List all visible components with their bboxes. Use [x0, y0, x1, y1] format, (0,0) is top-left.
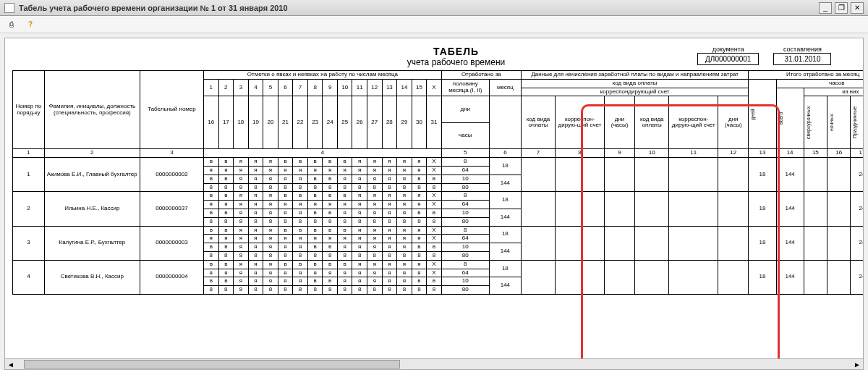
mark-cell: я: [248, 260, 263, 269]
close-button[interactable]: ✕: [851, 2, 864, 14]
horizontal-scrollbar[interactable]: ◄ ►: [4, 358, 864, 368]
half-hours2: 80: [441, 251, 489, 260]
mark-cell: 8: [367, 286, 383, 295]
mark-cell: в: [204, 209, 219, 217]
mark-cell: в: [293, 226, 308, 235]
mark-cell: я: [382, 209, 397, 217]
mark-cell: я: [337, 166, 352, 175]
mark-cell: я: [278, 277, 293, 286]
mark-cell: X: [427, 226, 442, 235]
mark-cell: 8: [427, 217, 442, 226]
mark-cell: в: [278, 192, 293, 201]
day-header: 2: [218, 79, 234, 96]
mark-cell: 8: [397, 251, 412, 260]
mark-cell: я: [204, 269, 219, 277]
row-tab: 0000000002: [140, 158, 203, 192]
maximize-button[interactable]: ❐: [835, 2, 848, 14]
mark-cell: в: [278, 158, 293, 167]
day-header: X: [427, 79, 442, 96]
mark-cell: я: [307, 235, 323, 243]
mark-cell: я: [397, 201, 412, 209]
table-row: 4 Светикова В.Н., Кассир 0000000004 ввяя…: [13, 260, 864, 269]
row-tab: 0000000037: [140, 192, 203, 226]
mark-cell: я: [248, 226, 263, 235]
mark-cell: я: [248, 192, 263, 201]
mark-cell: я: [248, 269, 263, 277]
mark-cell: в: [337, 260, 352, 269]
mark-cell: 8: [382, 251, 397, 260]
total-holiday: 24: [851, 226, 864, 260]
mark-cell: 8: [412, 183, 427, 192]
mark-cell: 8: [293, 286, 308, 295]
mark-cell: 8: [337, 286, 352, 295]
mark-cell: 8: [427, 251, 442, 260]
mark-cell: в: [204, 260, 219, 269]
mark-cell: 8: [248, 217, 263, 226]
mark-cell: 8: [204, 251, 219, 260]
mark-cell: я: [293, 209, 308, 217]
hdr-t-night: ночных: [829, 97, 835, 148]
mark-cell: 8: [337, 183, 352, 192]
mark-cell: в: [307, 175, 323, 183]
print-button[interactable]: ⎙: [4, 17, 19, 32]
row-fio: Акимова Е.И., Главный бухгалтер: [44, 158, 140, 192]
hdr-marks: Отметки о явках и неявках на работу по ч…: [204, 71, 442, 80]
scroll-thumb[interactable]: [24, 360, 400, 368]
row-fio: Калугина Е.Р., Бухгалтер: [44, 226, 140, 260]
mark-cell: в: [412, 277, 427, 286]
mark-cell: я: [278, 235, 293, 243]
mark-cell: 8: [307, 251, 323, 260]
mark-cell: я: [337, 201, 352, 209]
hdr-t-all: всего: [778, 93, 784, 143]
mark-cell: я: [263, 226, 278, 235]
day-header: 27: [367, 96, 383, 149]
day-header: 1: [204, 79, 219, 96]
day-header: 25: [337, 96, 352, 149]
hdr-sub-dh1: дни (часы): [604, 96, 634, 149]
total-holiday: 24: [851, 192, 864, 226]
mark-cell: 8: [218, 251, 234, 260]
hdr-days: дни: [441, 96, 489, 123]
help-button[interactable]: ?: [23, 17, 38, 32]
day-header: 4: [248, 79, 263, 96]
mark-cell: я: [397, 158, 412, 167]
mark-cell: я: [278, 209, 293, 217]
document-viewport[interactable]: ТАБЕЛЬ учета рабочего времени документа …: [4, 38, 864, 363]
mark-cell: в: [218, 209, 234, 217]
mark-cell: я: [337, 277, 352, 286]
mark-cell: 8: [278, 183, 293, 192]
mark-cell: я: [218, 166, 234, 175]
day-header: 13: [382, 79, 397, 96]
mark-cell: X: [427, 235, 442, 243]
mark-cell: 8: [293, 251, 308, 260]
mark-cell: я: [293, 269, 308, 277]
mark-cell: 8: [412, 217, 427, 226]
mark-cell: в: [278, 260, 293, 269]
hdr-tab: Табельный номер: [140, 71, 203, 149]
mark-cell: 8: [352, 183, 367, 192]
month-days: 18: [489, 226, 521, 243]
scroll-left-icon[interactable]: ◄: [5, 361, 17, 369]
mark-cell: я: [382, 243, 397, 252]
scroll-right-icon[interactable]: ►: [851, 361, 863, 369]
mark-cell: в: [323, 260, 338, 269]
mark-cell: в: [412, 209, 427, 217]
mark-cell: я: [352, 166, 367, 175]
mark-cell: в: [204, 175, 219, 183]
day-header: 20: [263, 96, 278, 149]
mark-cell: 8: [234, 217, 249, 226]
mark-cell: 8: [204, 183, 219, 192]
mark-cell: я: [234, 235, 249, 243]
hdr-t-over: сверхурочных: [806, 97, 812, 148]
info-date-value: 31.01.2010: [773, 53, 831, 65]
minimize-button[interactable]: _: [819, 2, 832, 14]
info-doc-value: ДЛ000000001: [697, 53, 759, 65]
mark-cell: я: [293, 277, 308, 286]
mark-cell: 8: [367, 251, 383, 260]
mark-cell: в: [204, 277, 219, 286]
day-header: 15: [412, 79, 427, 96]
hdr-sub-corr2: корреспон-дирую-щий счет: [669, 96, 718, 149]
row-fio: Ильина Н.Е., Кассир: [44, 192, 140, 226]
row-fio: Светикова В.Н., Кассир: [44, 260, 140, 294]
mark-cell: я: [234, 166, 249, 175]
